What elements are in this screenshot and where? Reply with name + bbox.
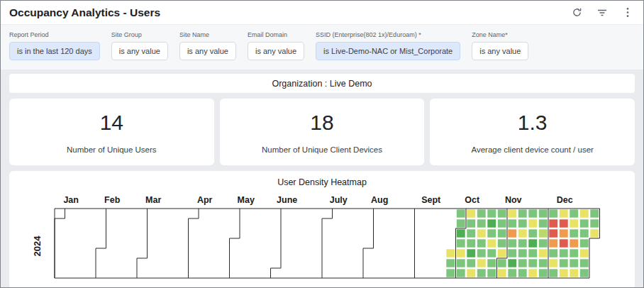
heatmap-cell[interactable]	[539, 219, 548, 227]
heatmap-cell[interactable]	[560, 259, 568, 267]
heatmap-cell[interactable]	[518, 229, 527, 237]
heatmap-cell[interactable]	[539, 269, 548, 277]
heatmap-cell[interactable]	[549, 269, 557, 277]
heatmap-cell[interactable]	[580, 249, 589, 257]
heatmap-cell[interactable]	[498, 249, 506, 257]
heatmap-cell[interactable]	[590, 229, 599, 237]
heatmap-cell[interactable]	[560, 239, 568, 247]
heatmap-cell[interactable]	[518, 239, 527, 247]
heatmap-cell[interactable]	[549, 219, 557, 227]
heatmap-cell[interactable]	[477, 219, 486, 227]
heatmap-cell[interactable]	[518, 249, 527, 257]
heatmap-cell[interactable]	[508, 209, 516, 217]
heatmap-cell[interactable]	[508, 229, 516, 237]
heatmap-cell[interactable]	[508, 269, 516, 277]
heatmap-cell[interactable]	[508, 249, 516, 257]
heatmap-cell[interactable]	[477, 249, 486, 257]
heatmap-cell[interactable]	[528, 219, 537, 227]
heatmap-cell[interactable]	[446, 259, 455, 267]
heatmap-cell[interactable]	[487, 239, 496, 247]
heatmap-cell[interactable]	[518, 259, 527, 267]
filter-ssid-value[interactable]: is Live-Demo-NAC or Mist_Corporate	[316, 42, 460, 60]
heatmap-cell[interactable]	[528, 259, 537, 267]
heatmap-cell[interactable]	[498, 259, 506, 267]
heatmap-cell[interactable]	[477, 229, 486, 237]
heatmap-cell[interactable]	[528, 269, 537, 277]
heatmap-cell[interactable]	[560, 219, 568, 227]
heatmap-cell[interactable]	[560, 269, 568, 277]
heatmap-cell[interactable]	[570, 229, 578, 237]
heatmap-cell[interactable]	[539, 249, 548, 257]
heatmap-cell[interactable]	[549, 229, 557, 237]
heatmap-cell[interactable]	[467, 219, 475, 227]
heatmap-cell[interactable]	[487, 229, 496, 237]
filter-zone-name-value[interactable]: is any value	[472, 42, 528, 60]
kebab-menu-icon[interactable]	[622, 7, 633, 18]
heatmap-cell[interactable]	[549, 249, 557, 257]
heatmap-cell[interactable]	[539, 239, 548, 247]
heatmap-cell[interactable]	[528, 239, 537, 247]
heatmap-cell[interactable]	[570, 209, 578, 217]
heatmap-cell[interactable]	[457, 259, 465, 267]
heatmap-cell[interactable]	[477, 239, 486, 247]
heatmap-cell[interactable]	[549, 239, 557, 247]
heatmap-cell[interactable]	[498, 209, 506, 217]
user-density-heatmap[interactable]: JanFebMarAprMayJuneJulyAugSeptOctNovDec2…	[29, 190, 604, 282]
heatmap-cell[interactable]	[570, 219, 578, 227]
heatmap-cell[interactable]	[498, 229, 506, 237]
heatmap-cell[interactable]	[539, 259, 548, 267]
heatmap-cell[interactable]	[487, 259, 496, 267]
filter-email-domain-value[interactable]: is any value	[248, 42, 304, 60]
heatmap-cell[interactable]	[467, 229, 475, 237]
heatmap-cell[interactable]	[467, 259, 475, 267]
heatmap-cell[interactable]	[467, 249, 475, 257]
heatmap-cell[interactable]	[570, 259, 578, 267]
heatmap-cell[interactable]	[508, 219, 516, 227]
heatmap-cell[interactable]	[528, 229, 537, 237]
heatmap-cell[interactable]	[528, 209, 537, 217]
heatmap-cell[interactable]	[580, 229, 589, 237]
heatmap-cell[interactable]	[518, 269, 527, 277]
filter-report-period-value[interactable]: is in the last 120 days	[9, 42, 100, 60]
heatmap-cell[interactable]	[560, 229, 568, 237]
heatmap-cell[interactable]	[457, 209, 465, 217]
heatmap-cell[interactable]	[477, 209, 486, 217]
heatmap-cell[interactable]	[457, 239, 465, 247]
heatmap-cell[interactable]	[498, 239, 506, 247]
heatmap-cell[interactable]	[580, 239, 589, 247]
heatmap-cell[interactable]	[487, 269, 496, 277]
filter-site-name-value[interactable]: is any value	[179, 42, 236, 60]
heatmap-cell[interactable]	[457, 269, 465, 277]
heatmap-cell[interactable]	[508, 239, 516, 247]
heatmap-cell[interactable]	[570, 249, 578, 257]
heatmap-cell[interactable]	[590, 209, 599, 217]
heatmap-cell[interactable]	[477, 269, 486, 277]
heatmap-cell[interactable]	[487, 249, 496, 257]
heatmap-cell[interactable]	[498, 219, 506, 227]
refresh-icon[interactable]	[571, 7, 582, 18]
heatmap-cell[interactable]	[446, 269, 455, 277]
heatmap-cell[interactable]	[549, 259, 557, 267]
heatmap-cell[interactable]	[508, 259, 516, 267]
heatmap-cell[interactable]	[467, 209, 475, 217]
heatmap-cell[interactable]	[580, 269, 589, 277]
heatmap-cell[interactable]	[539, 229, 548, 237]
heatmap-cell[interactable]	[467, 239, 475, 247]
heatmap-cell[interactable]	[457, 249, 465, 257]
heatmap-cell[interactable]	[457, 219, 465, 227]
heatmap-cell[interactable]	[590, 219, 599, 227]
heatmap-cell[interactable]	[549, 209, 557, 217]
heatmap-cell[interactable]	[477, 259, 486, 267]
heatmap-cell[interactable]	[518, 219, 527, 227]
heatmap-cell[interactable]	[560, 209, 568, 217]
heatmap-cell[interactable]	[528, 249, 537, 257]
heatmap-cell[interactable]	[446, 249, 455, 257]
heatmap-cell[interactable]	[539, 209, 548, 217]
heatmap-cell[interactable]	[467, 269, 475, 277]
heatmap-cell[interactable]	[570, 269, 578, 277]
heatmap-cell[interactable]	[580, 259, 589, 267]
heatmap-cell[interactable]	[498, 269, 506, 277]
filter-icon[interactable]	[596, 7, 608, 18]
heatmap-cell[interactable]	[487, 209, 496, 217]
heatmap-cell[interactable]	[570, 239, 578, 247]
